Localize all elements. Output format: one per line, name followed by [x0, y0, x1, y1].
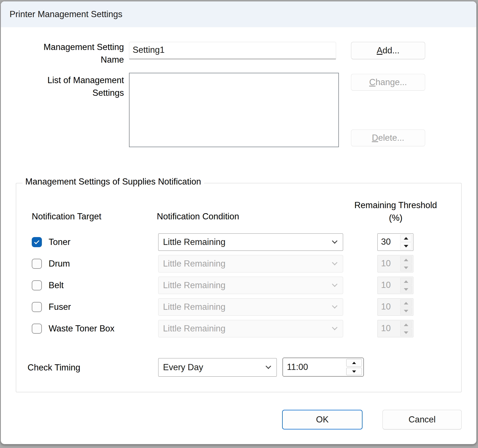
- supply-row-belt: Belt Little Remaining 10: [32, 277, 450, 294]
- chevron-down-icon: [332, 281, 337, 287]
- window-title: Printer Management Settings: [10, 9, 123, 19]
- chevron-down-icon: [332, 260, 337, 265]
- management-settings-listbox[interactable]: [129, 73, 339, 147]
- arrow-down-icon: [404, 288, 408, 291]
- notification-target-header: Notification Target: [32, 212, 101, 222]
- belt-label: Belt: [49, 277, 64, 294]
- toner-label: Toner: [49, 233, 71, 251]
- arrow-down-icon: [352, 370, 356, 373]
- toner-threshold-value: 30: [378, 234, 399, 251]
- add-button-label: Add...: [377, 46, 399, 56]
- toner-threshold-down-button[interactable]: [400, 242, 412, 250]
- drum-threshold-down-button[interactable]: [400, 264, 412, 271]
- drum-condition-value: Little Remaining: [163, 259, 225, 269]
- supply-row-toner: Toner Little Remaining 30: [32, 233, 450, 251]
- check-timing-time-spinner: 11:00: [282, 358, 364, 377]
- belt-threshold-spinner: 10: [377, 277, 413, 294]
- chevron-down-icon: [266, 363, 271, 369]
- arrow-up-icon: [404, 259, 408, 261]
- arrow-down-icon: [404, 310, 408, 312]
- fuser-checkbox[interactable]: [32, 302, 42, 312]
- belt-threshold-up-button[interactable]: [400, 278, 412, 285]
- drum-label: Drum: [49, 255, 70, 272]
- arrow-up-icon: [352, 362, 356, 364]
- list-of-management-settings-label: List of Management Settings: [31, 74, 124, 99]
- arrow-down-icon: [404, 245, 408, 247]
- ok-button-label: OK: [316, 415, 329, 425]
- cancel-button[interactable]: Cancel: [382, 410, 462, 429]
- waste-toner-box-condition-select[interactable]: Little Remaining: [158, 320, 343, 337]
- cancel-button-label: Cancel: [409, 415, 436, 425]
- chevron-down-icon: [332, 238, 337, 244]
- chevron-down-icon: [332, 325, 337, 330]
- ok-button[interactable]: OK: [282, 410, 363, 429]
- arrow-down-icon: [404, 331, 408, 334]
- supplies-group-legend: Management Settings of Supplies Notifica…: [22, 177, 204, 187]
- drum-threshold-spinner: 10: [377, 255, 413, 272]
- drum-threshold-value: 10: [378, 255, 399, 272]
- management-setting-name-label: Management Setting Name: [31, 41, 124, 66]
- belt-threshold-down-button[interactable]: [400, 286, 412, 293]
- arrow-down-icon: [404, 267, 408, 269]
- notification-condition-header: Notification Condition: [157, 212, 239, 222]
- belt-checkbox[interactable]: [32, 280, 42, 290]
- arrow-up-icon: [404, 302, 408, 304]
- check-timing-frequency-select[interactable]: Every Day: [158, 358, 277, 377]
- waste-toner-box-label: Waste Toner Box: [49, 320, 114, 337]
- waste-toner-box-threshold-value: 10: [378, 320, 399, 337]
- change-button-label: Change...: [369, 77, 407, 87]
- drum-threshold-up-button[interactable]: [400, 256, 412, 263]
- supply-row-waste-toner-box: Waste Toner Box Little Remaining 10: [32, 320, 450, 337]
- fuser-condition-select[interactable]: Little Remaining: [158, 298, 343, 316]
- toner-condition-value: Little Remaining: [163, 237, 225, 247]
- belt-condition-select[interactable]: Little Remaining: [158, 277, 343, 294]
- toner-checkbox[interactable]: [32, 237, 42, 247]
- fuser-label: Fuser: [49, 298, 71, 316]
- check-timing-frequency-value: Every Day: [163, 362, 203, 372]
- add-button[interactable]: Add...: [351, 42, 425, 59]
- waste-toner-box-threshold-up-button[interactable]: [400, 321, 412, 328]
- check-timing-label: Check Timing: [28, 363, 80, 373]
- drum-checkbox[interactable]: [32, 259, 42, 269]
- toner-threshold-up-button[interactable]: [400, 235, 412, 242]
- fuser-threshold-up-button[interactable]: [400, 299, 412, 307]
- checkmark-icon: [34, 239, 39, 244]
- remaining-threshold-header: Remaining Threshold (%): [352, 199, 439, 224]
- waste-toner-box-condition-value: Little Remaining: [163, 324, 225, 334]
- fuser-threshold-value: 10: [378, 299, 399, 315]
- supplies-notification-group: Management Settings of Supplies Notifica…: [16, 183, 462, 392]
- supply-row-fuser: Fuser Little Remaining 10: [32, 298, 450, 316]
- fuser-threshold-down-button[interactable]: [400, 307, 412, 315]
- fuser-condition-value: Little Remaining: [163, 302, 225, 312]
- check-timing-time-value: 11:00: [283, 362, 346, 372]
- chevron-down-icon: [332, 303, 337, 309]
- arrow-up-icon: [404, 280, 408, 283]
- toner-condition-select[interactable]: Little Remaining: [158, 233, 343, 251]
- supplies-rows: Toner Little Remaining 30 Drum: [32, 233, 450, 342]
- time-down-button[interactable]: [346, 368, 362, 375]
- waste-toner-box-threshold-down-button[interactable]: [400, 329, 412, 336]
- management-setting-name-input[interactable]: [129, 42, 336, 59]
- change-button[interactable]: Change...: [351, 74, 425, 91]
- toner-threshold-spinner: 30: [377, 233, 413, 251]
- supply-row-drum: Drum Little Remaining 10: [32, 255, 450, 272]
- drum-condition-select[interactable]: Little Remaining: [158, 255, 343, 272]
- printer-management-settings-dialog: Printer Management Settings Management S…: [1, 1, 477, 444]
- fuser-threshold-spinner: 10: [377, 298, 413, 316]
- delete-button-label: Delete...: [372, 133, 404, 143]
- waste-toner-box-checkbox[interactable]: [32, 324, 42, 334]
- arrow-up-icon: [404, 324, 408, 326]
- arrow-up-icon: [404, 237, 408, 240]
- title-bar: Printer Management Settings: [1, 1, 476, 27]
- belt-condition-value: Little Remaining: [163, 280, 225, 290]
- belt-threshold-value: 10: [378, 277, 399, 294]
- delete-button[interactable]: Delete...: [351, 129, 425, 146]
- time-up-button[interactable]: [346, 359, 362, 367]
- waste-toner-box-threshold-spinner: 10: [377, 320, 413, 337]
